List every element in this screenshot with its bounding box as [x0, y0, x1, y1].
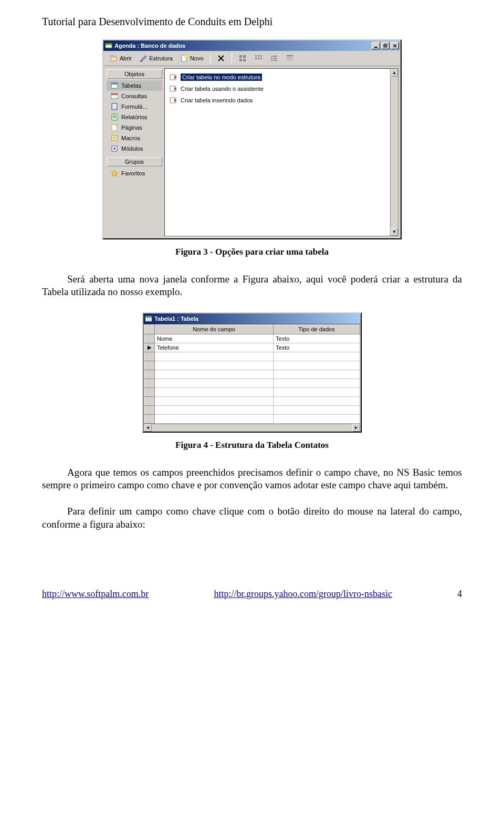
design-grid[interactable]: Nome do campo Tipo de dados NomeTexto▶Te… — [144, 324, 360, 424]
row-selector[interactable] — [144, 352, 155, 361]
group-header-grupos[interactable]: Grupos — [107, 157, 162, 166]
field-name-cell[interactable] — [155, 379, 274, 387]
sidebar-item-favoritos[interactable]: Favoritos — [107, 168, 162, 179]
table-row[interactable]: NomeTexto — [144, 334, 360, 343]
field-name-cell[interactable] — [155, 352, 274, 361]
sidebar-item-relatrios[interactable]: Relatórios — [107, 112, 162, 122]
row-selector[interactable] — [144, 361, 155, 370]
figure-4-caption: Figura 4 - Estrutura da Tabela Contatos — [42, 440, 462, 450]
create-option-2[interactable]: Criar tabela inserindo dados — [167, 95, 396, 106]
group-header-objetos[interactable]: Objetos — [107, 69, 162, 79]
field-name-cell[interactable]: Nome — [155, 334, 274, 343]
sidebar-item-tabelas[interactable]: Tabelas — [107, 80, 162, 91]
new-button[interactable]: Novo — [177, 53, 207, 64]
field-type-cell[interactable] — [274, 379, 360, 387]
sidebar-item-formul[interactable]: Formulá… — [107, 101, 162, 112]
field-name-cell[interactable] — [155, 361, 274, 370]
svg-rect-56 — [145, 316, 152, 318]
view-list-button[interactable] — [267, 53, 281, 64]
row-selector[interactable] — [144, 387, 155, 396]
table-row[interactable]: ▶TelefoneTexto — [144, 343, 360, 352]
view-small-button[interactable] — [251, 53, 266, 64]
row-selector[interactable] — [144, 370, 155, 379]
wizard-icon — [169, 73, 177, 81]
table-row[interactable] — [144, 352, 360, 361]
row-selector[interactable] — [144, 396, 155, 405]
scroll-left-button[interactable]: ◄ — [144, 424, 152, 432]
footer-link-2[interactable]: http://br.groups.yahoo.com/group/livro-n… — [214, 589, 392, 600]
minimize-button[interactable] — [372, 42, 380, 49]
svg-rect-27 — [287, 57, 293, 57]
scroll-up-button[interactable]: ▲ — [391, 69, 398, 77]
field-type-cell[interactable]: Texto — [274, 334, 360, 343]
svg-rect-39 — [112, 114, 117, 120]
field-name-cell[interactable] — [155, 387, 274, 396]
row-selector[interactable] — [144, 414, 155, 423]
separator — [232, 54, 232, 63]
row-selector[interactable] — [144, 379, 155, 387]
query-icon — [111, 92, 118, 100]
design-button[interactable]: Estrutura — [136, 53, 176, 64]
table-row[interactable] — [144, 414, 360, 423]
close-button[interactable]: ✕ — [391, 42, 399, 49]
svg-rect-13 — [243, 59, 246, 61]
create-option-1[interactable]: Criar tabela usando o assistente — [167, 83, 396, 94]
titlebar[interactable]: Tabela1 : Tabela — [143, 313, 361, 324]
scroll-right-button[interactable]: ► — [352, 424, 360, 432]
large-icons-icon — [238, 54, 247, 62]
sidebar-item-macros[interactable]: Macros — [107, 133, 162, 143]
report-icon — [111, 113, 118, 121]
new-label: Novo — [190, 55, 204, 61]
table-row[interactable] — [144, 361, 360, 370]
app-icon — [105, 42, 112, 49]
sidebar: Objetos TabelasConsultasFormulá…Relatóri… — [103, 66, 164, 238]
field-name-cell[interactable]: Telefone — [155, 343, 274, 352]
sidebar-item-label: Formulá… — [121, 103, 148, 110]
svg-rect-17 — [255, 58, 257, 59]
delete-button[interactable] — [214, 53, 228, 64]
restore-button[interactable] — [381, 42, 390, 49]
table-row[interactable] — [144, 396, 360, 405]
table-row[interactable] — [144, 379, 360, 387]
field-type-cell[interactable] — [274, 414, 360, 423]
column-header-type[interactable]: Tipo de dados — [274, 324, 360, 334]
row-selector[interactable] — [144, 405, 155, 414]
field-type-cell[interactable] — [274, 405, 360, 414]
footer-link-1[interactable]: http://www.softpalm.com.br — [42, 589, 149, 600]
field-type-cell[interactable]: Texto — [274, 343, 360, 352]
view-large-button[interactable] — [235, 53, 250, 64]
vertical-scrollbar[interactable]: ▲ ▼ — [390, 69, 398, 236]
table-row[interactable] — [144, 405, 360, 414]
field-type-cell[interactable] — [274, 387, 360, 396]
scroll-down-button[interactable]: ▼ — [391, 228, 398, 236]
sidebar-item-consultas[interactable]: Consultas — [107, 91, 162, 101]
field-type-cell[interactable] — [274, 361, 360, 370]
svg-rect-10 — [239, 55, 242, 58]
sidebar-item-mdulos[interactable]: Módulos — [107, 143, 162, 154]
sidebar-item-label: Relatórios — [121, 114, 148, 120]
table-icon — [111, 82, 118, 89]
create-option-0[interactable]: Criar tabela no modo estrutura — [167, 72, 396, 82]
field-name-cell[interactable] — [155, 405, 274, 414]
sidebar-item-pginas[interactable]: Páginas — [107, 122, 162, 133]
open-button[interactable]: Abrir — [107, 53, 135, 64]
field-name-cell[interactable] — [155, 370, 274, 379]
row-selector[interactable] — [144, 334, 155, 343]
module-icon — [111, 145, 118, 152]
row-selector[interactable]: ▶ — [144, 343, 155, 352]
table-row[interactable] — [144, 370, 360, 379]
view-details-button[interactable] — [282, 53, 297, 64]
row-header-corner — [144, 324, 155, 334]
field-type-cell[interactable] — [274, 370, 360, 379]
column-header-name[interactable]: Nome do campo — [155, 324, 274, 334]
window-title: Agenda : Banco de dados — [114, 43, 185, 49]
table-row[interactable] — [144, 387, 360, 396]
svg-rect-26 — [287, 55, 293, 56]
horizontal-scrollbar[interactable]: ◄ ► — [144, 424, 360, 431]
titlebar[interactable]: Agenda : Banco de dados ✕ — [103, 40, 401, 51]
field-name-cell[interactable] — [155, 396, 274, 405]
svg-rect-30 — [287, 60, 293, 60]
field-name-cell[interactable] — [155, 414, 274, 423]
field-type-cell[interactable] — [274, 352, 360, 361]
field-type-cell[interactable] — [274, 396, 360, 405]
